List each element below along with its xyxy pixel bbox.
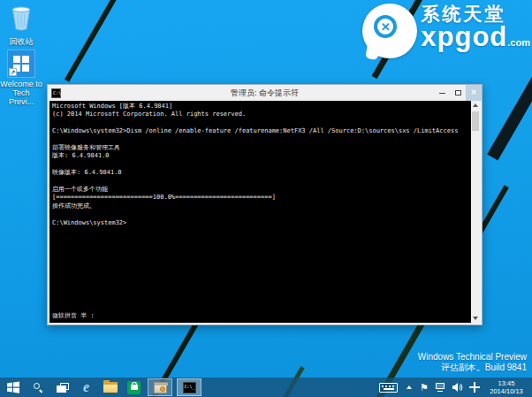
- search-icon: [34, 383, 43, 393]
- windows-tile-icon: ↗: [7, 50, 35, 78]
- search-button[interactable]: [27, 378, 50, 397]
- wallpaper-stripe: [487, 51, 532, 161]
- build-watermark: Windows Technical Preview 评估副本。Build 984…: [418, 352, 527, 373]
- action-center-button[interactable]: ⚑: [416, 378, 432, 397]
- cmd-window-title: 管理员: 命令提示符: [48, 88, 482, 99]
- recycle-bin-icon: [9, 5, 34, 35]
- console-line: 部署映像服务和管理工具: [52, 144, 471, 152]
- console-line: C:\Windows\system32>Dism /online /enable…: [52, 127, 471, 135]
- running-cmd-button[interactable]: C:\_: [177, 378, 201, 396]
- console-line: [52, 178, 471, 186]
- scrollbar-thumb[interactable]: [472, 111, 479, 131]
- desktop: 回收站 ↗ Welcome to Tech Previ... ✕ 系统天堂 xp…: [0, 0, 532, 397]
- shortcut-arrow-icon: ↗: [9, 68, 17, 76]
- store-icon: [127, 381, 141, 394]
- internet-explorer-icon: e: [83, 380, 89, 394]
- maximize-icon: [455, 90, 461, 95]
- flag-icon: ⚑: [420, 382, 429, 393]
- close-icon: ✕: [471, 89, 477, 96]
- cmd-titlebar[interactable]: C:\ 管理员: 命令提示符 ✕: [48, 85, 482, 101]
- volume-icon: [452, 382, 464, 393]
- console-line: Microsoft Windows [版本 6.4.9841]: [52, 103, 471, 111]
- installer-app-icon: [154, 382, 167, 393]
- cmd-window: C:\ 管理员: 命令提示符 ✕ Microsoft Windows [版本 6…: [47, 84, 483, 325]
- recycle-bin-label: 回收站: [10, 37, 34, 46]
- welcome-shortcut-label: Welcome to Tech Previ...: [0, 80, 42, 106]
- network-icon: [436, 383, 446, 392]
- network-button[interactable]: [432, 378, 449, 397]
- windows-start-icon: [6, 381, 20, 393]
- build-watermark-line1: Windows Technical Preview: [418, 352, 527, 363]
- file-explorer-button[interactable]: [98, 378, 122, 397]
- desktop-icon-welcome-shortcut[interactable]: ↗ Welcome to Tech Previ...: [0, 50, 42, 106]
- xpgod-logo-icon: ✕: [362, 4, 417, 58]
- chevron-up-icon: [407, 386, 412, 389]
- crosshair-icon: [469, 382, 480, 393]
- file-explorer-icon: [103, 382, 118, 393]
- scroll-up-button[interactable]: [471, 101, 480, 110]
- site-watermark: ✕ 系统天堂 xpgod.com: [362, 4, 530, 58]
- desktop-icon-recycle-bin[interactable]: 回收站: [0, 5, 42, 46]
- scroll-down-button[interactable]: [471, 314, 480, 323]
- close-button[interactable]: ✕: [466, 85, 482, 101]
- console-line: (c) 2014 Microsoft Corporation. All righ…: [52, 111, 471, 118]
- console-line: [52, 210, 471, 218]
- console-line: 版本: 6.4.9841.0: [52, 152, 471, 160]
- console-scrollbar[interactable]: [471, 101, 480, 323]
- pointer-crosshair-button[interactable]: [466, 378, 483, 397]
- internet-explorer-button[interactable]: e: [74, 378, 98, 397]
- touch-keyboard-button[interactable]: [375, 378, 401, 397]
- console-line: [52, 136, 471, 144]
- clock-time: 13:45: [484, 379, 528, 387]
- console-output[interactable]: Microsoft Windows [版本 6.4.9841] (c) 2014…: [49, 101, 471, 323]
- console-line: [==========================100.0%=======…: [52, 194, 471, 202]
- taskbar: e C:\_ ⚑: [0, 378, 532, 397]
- scroll-up-icon: [473, 103, 478, 107]
- system-tray: ⚑ 13:45 2014/10/13: [375, 378, 532, 397]
- running-installer-app-button[interactable]: [148, 378, 172, 396]
- console-line: 启用一个或多个功能: [52, 186, 471, 194]
- wallpaper-stripe: [65, 0, 126, 82]
- store-button[interactable]: [122, 378, 146, 397]
- watermark-site-name: xpgod.com: [421, 24, 530, 56]
- maximize-button[interactable]: [450, 85, 466, 101]
- clock-date: 2014/10/13: [484, 387, 528, 395]
- ime-status: 微软拼音 半 :: [52, 311, 95, 320]
- watermark-tld: .com: [507, 37, 530, 48]
- hidden-icons-button[interactable]: [401, 378, 416, 397]
- start-button[interactable]: [0, 378, 27, 397]
- task-view-button[interactable]: [50, 378, 74, 397]
- volume-button[interactable]: [449, 378, 466, 397]
- taskbar-clock[interactable]: 13:45 2014/10/13: [484, 379, 528, 395]
- cmd-app-icon: C:\: [51, 88, 61, 98]
- console-line: [52, 119, 471, 127]
- command-prompt-icon: C:\_: [183, 382, 196, 393]
- task-view-icon: [57, 383, 69, 393]
- touch-keyboard-icon: [379, 383, 398, 393]
- console-line: 映像版本: 6.4.9841.0: [52, 169, 471, 177]
- console-prompt-line: C:\Windows\system32>: [52, 219, 471, 227]
- scroll-down-icon: [473, 317, 478, 320]
- minimize-icon: [439, 93, 445, 94]
- xpgod-logo-x: ✕: [374, 15, 397, 38]
- console-line: [52, 161, 471, 169]
- console-line: 操作成功完成。: [52, 202, 471, 210]
- build-watermark-line2: 评估副本。Build 9841: [418, 363, 527, 373]
- minimize-button[interactable]: [434, 85, 450, 101]
